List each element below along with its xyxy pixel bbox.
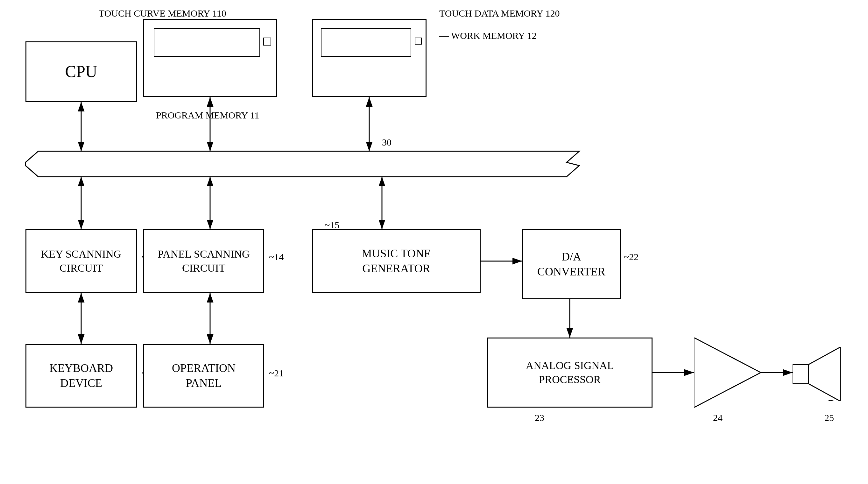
panel-scanning-box: PANEL SCANNINGCIRCUIT [143,229,264,293]
operation-panel-box: OPERATIONPANEL [143,344,264,407]
panel-scanning-id: ~14 [269,251,284,262]
amplifier-id: 24 [713,412,722,423]
cpu-label: CPU [65,61,97,83]
keyboard-box: KEYBOARDDEVICE [26,344,137,407]
analog-signal-box: ANALOG SIGNALPROCESSOR [487,337,652,407]
bus-label: 30 [382,137,392,148]
speaker-id: 25 [825,412,834,423]
da-converter-box: D/ACONVERTER [522,229,621,299]
key-scanning-box: KEY SCANNINGCIRCUIT [26,229,137,293]
touch-curve-memory-box [143,19,277,97]
touch-curve-memory-label: TOUCH CURVE MEMORY 110 [99,8,226,19]
cpu-box: CPU [26,41,137,102]
svg-rect-18 [793,365,808,384]
speaker-svg [793,347,850,401]
svg-line-20 [808,384,840,401]
music-tone-box: MUSIC TONEGENERATOR [312,229,480,293]
svg-line-19 [808,347,840,365]
work-memory-label: — WORK MEMORY 12 [439,30,537,41]
analog-signal-id: 23 [535,412,544,423]
program-memory-label: PROGRAM MEMORY 11 [156,110,259,121]
operation-panel-id: ~21 [269,368,284,379]
touch-data-memory-box [312,19,427,97]
da-converter-id: ~22 [624,251,639,262]
diagram: CPU ~ 10 TOUCH CURVE MEMORY 110 TOUCH DA… [0,0,868,484]
svg-marker-4 [26,151,579,177]
svg-marker-17 [694,337,761,407]
amplifier-svg [694,337,761,407]
touch-data-memory-label: TOUCH DATA MEMORY 120 [439,8,560,19]
music-tone-id: ~15 [325,220,339,231]
